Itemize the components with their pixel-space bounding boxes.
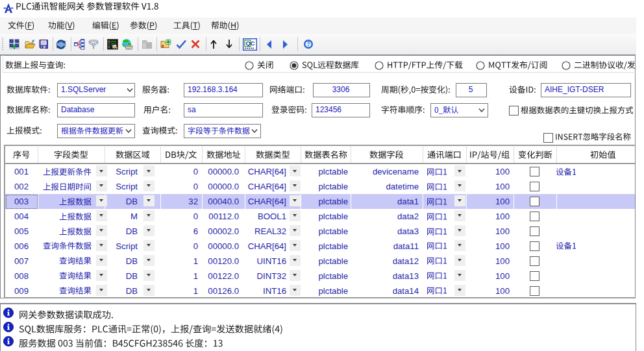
svg-text:QC: QC (245, 40, 254, 47)
svg-text:?: ? (307, 41, 310, 47)
